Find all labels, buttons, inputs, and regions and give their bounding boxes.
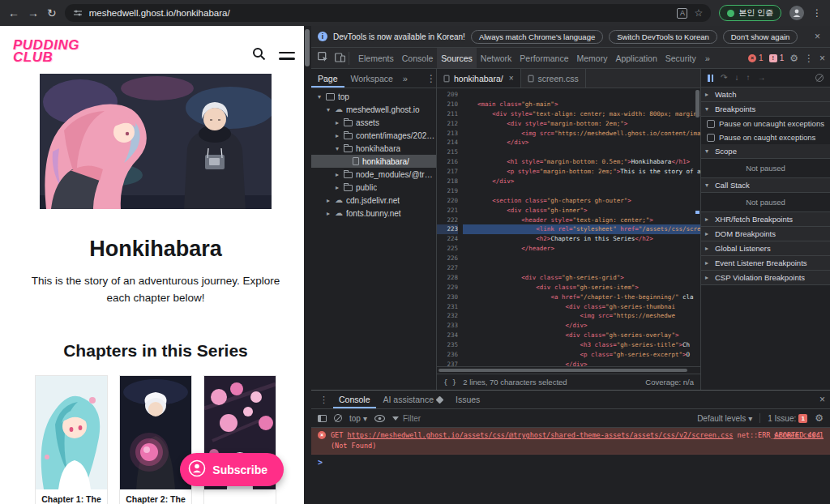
step-icon[interactable]: →	[757, 74, 765, 82]
code-line[interactable]	[463, 263, 700, 273]
issue-count-badge[interactable]: ! 1	[769, 53, 785, 62]
step-into-icon[interactable]: ↓	[734, 74, 738, 82]
code-line[interactable]	[463, 186, 700, 196]
pause-script-icon[interactable]	[708, 75, 713, 82]
tree-disclosure-icon[interactable]: ▸	[334, 132, 340, 139]
devtools-tab-security[interactable]: Security	[661, 48, 700, 68]
debugger-section-event-listener-breakpoints[interactable]: ▸Event Listener Breakpoints	[701, 256, 830, 271]
line-number[interactable]: 214	[437, 138, 458, 147]
debugger-section-dom-breakpoints[interactable]: ▸DOM Breakpoints	[701, 227, 830, 241]
tree-disclosure-icon[interactable]: ▾	[334, 145, 340, 152]
editor-vscrollbar-thumb[interactable]	[695, 90, 700, 117]
code-line[interactable]: <h3 class="gh-series-title">Ch	[463, 340, 700, 350]
tab-ai-assistance[interactable]: AI assistance	[378, 391, 448, 408]
tree-disclosure-icon[interactable]: ▸	[334, 119, 340, 126]
context-selector[interactable]: top ▾	[349, 414, 367, 423]
code-line[interactable]: <a href="/chapter-1-the-beginning/" cla	[463, 293, 700, 302]
filter-input[interactable]	[403, 414, 533, 423]
translate-icon[interactable]: A	[677, 8, 687, 19]
back-icon[interactable]: ←	[8, 7, 19, 19]
checkbox-box[interactable]	[707, 134, 715, 142]
tree-disclosure-icon[interactable]: ▸	[325, 210, 332, 217]
code-line[interactable]: <div style="margin-bottom: 2em;">	[463, 119, 700, 129]
code-line[interactable]: <img src="https://meshedwell.ghost.io/co…	[463, 129, 700, 139]
line-number[interactable]: 233	[437, 321, 458, 331]
devtools-tab-elements[interactable]: Elements	[354, 48, 398, 68]
chapter-1-title[interactable]: Chapter 1: The Beginning	[36, 489, 107, 504]
line-number[interactable]: 232	[437, 311, 458, 321]
tab-console[interactable]: Console	[333, 391, 376, 408]
line-number[interactable]: 227	[437, 263, 458, 273]
more-tabs-icon[interactable]: »	[702, 53, 713, 63]
step-over-icon[interactable]: ↷	[721, 74, 727, 82]
line-number[interactable]: 209	[437, 90, 458, 100]
chapter-2-title[interactable]: Chapter 2: The Journey	[120, 489, 191, 504]
code-line[interactable]: <p style="margin-bottom: 2em;">This is t…	[463, 167, 700, 177]
code-line[interactable]: </div>	[463, 138, 700, 147]
switch-korean-button[interactable]: Switch DevTools to Korean	[609, 30, 717, 44]
line-number[interactable]: 221	[437, 206, 458, 216]
tree-disclosure-icon[interactable]: ▾	[325, 106, 332, 113]
line-number[interactable]: 220	[437, 196, 458, 206]
debugger-section-breakpoints[interactable]: ▾Breakpoints	[701, 102, 830, 117]
tree-disclosure-icon[interactable]: ▾	[316, 93, 323, 100]
error-url-link[interactable]: https://meshedwell.ghost.io/assets/css/@…	[347, 431, 733, 439]
code-line[interactable]	[463, 254, 700, 263]
editor-tab-honkihabara[interactable]: honkihabara/ ×	[437, 69, 521, 88]
code-line[interactable]: <section class="gh-chapters gh-outer">	[463, 196, 700, 206]
console-filter[interactable]	[392, 414, 554, 423]
refresh-icon[interactable]: ↻	[47, 7, 57, 19]
tree-disclosure-icon[interactable]: ▸	[334, 171, 340, 178]
drawer-close-icon[interactable]: ×	[819, 394, 825, 405]
navigator-more-tabs-icon[interactable]: »	[400, 74, 411, 83]
identity-verification-badge[interactable]: 본인 인증	[719, 5, 781, 21]
page-scrollbar[interactable]	[304, 26, 311, 504]
code-line[interactable]: <div class="gh-series-grid">	[463, 273, 700, 283]
error-count-badge[interactable]: × 1	[748, 53, 764, 62]
line-number[interactable]: 237	[437, 360, 458, 366]
console-sidebar-icon[interactable]	[318, 415, 327, 422]
line-number[interactable]: 217	[437, 167, 458, 177]
code-line[interactable]: </div>	[463, 360, 700, 366]
navigator-menu-icon[interactable]: ⋮	[426, 73, 436, 84]
code-line[interactable]: <header style="text-align: center;">	[463, 216, 700, 225]
debugger-section-csp-violation-breakpoints[interactable]: ▸CSP Violation Breakpoints	[701, 271, 830, 285]
devtools-tab-application[interactable]: Application	[611, 48, 661, 68]
line-number[interactable]: 234	[437, 331, 458, 340]
tree-item-content-images-2024-12[interactable]: ▸content/images/2024/12	[311, 129, 436, 142]
code-line[interactable]: <div class="gh-series-overlay">	[463, 331, 700, 340]
debugger-section-global-listeners[interactable]: ▸Global Listeners	[701, 241, 830, 256]
forward-icon[interactable]: →	[28, 7, 39, 19]
chapter-card-2[interactable]: Chapter 2: The Journey Once second a	[119, 375, 192, 504]
tab-page[interactable]: Page	[311, 69, 344, 88]
editor-vscrollbar[interactable]	[694, 88, 700, 366]
debugger-section-watch[interactable]: ▸Watch	[701, 88, 830, 102]
line-number[interactable]: 226	[437, 254, 458, 263]
devtools-menu-icon[interactable]: ⋮	[804, 53, 814, 64]
line-number[interactable]: 231	[437, 302, 458, 312]
dont-show-again-button[interactable]: Don't show again	[723, 30, 798, 44]
tree-item-honkihabara[interactable]: ▾honkihabara	[311, 142, 436, 155]
code-line[interactable]: <div class="gh-series-item">	[463, 283, 700, 293]
tree-item-node-modules-trygho[interactable]: ▸node_modules/@trygho…	[311, 168, 436, 181]
tree-item-fonts-bunny-net[interactable]: ▸☁fonts.bunny.net	[311, 207, 436, 220]
code-line[interactable]: <div style="text-align: center; max-widt…	[463, 109, 700, 119]
code-line[interactable]: </div>	[463, 177, 700, 186]
page-scrollbar-thumb[interactable]	[305, 29, 310, 66]
editor-code[interactable]: <main class="gh-main"> <div style="text-…	[463, 88, 700, 366]
line-number[interactable]: 219	[437, 186, 458, 196]
subscribe-button[interactable]: Subscribe	[180, 453, 284, 486]
tree-disclosure-icon[interactable]: ▸	[325, 197, 332, 204]
search-icon[interactable]	[252, 47, 266, 64]
browser-menu-icon[interactable]: ⋮	[812, 7, 822, 19]
line-number[interactable]: 213	[437, 129, 458, 139]
checkbox-pause-on-caught-exceptions[interactable]: Pause on caught exceptions	[701, 130, 830, 144]
site-logo[interactable]: PUDDING CLUB	[13, 39, 79, 63]
tree-item-public[interactable]: ▸public	[311, 181, 436, 194]
debugger-section-scope[interactable]: ▾Scope	[701, 144, 830, 159]
issues-counter[interactable]: 1 Issue: 1	[768, 414, 807, 423]
code-line[interactable]: <div class="gh-series-thumbnai	[463, 302, 700, 312]
editor-body[interactable]: 2092102112122132142152162172182192202212…	[437, 88, 700, 366]
code-line[interactable]: <h1 style="margin-bottom: 0.5em;">Honkih…	[463, 157, 700, 167]
code-line[interactable]: <div class="gh-inner">	[463, 206, 700, 216]
